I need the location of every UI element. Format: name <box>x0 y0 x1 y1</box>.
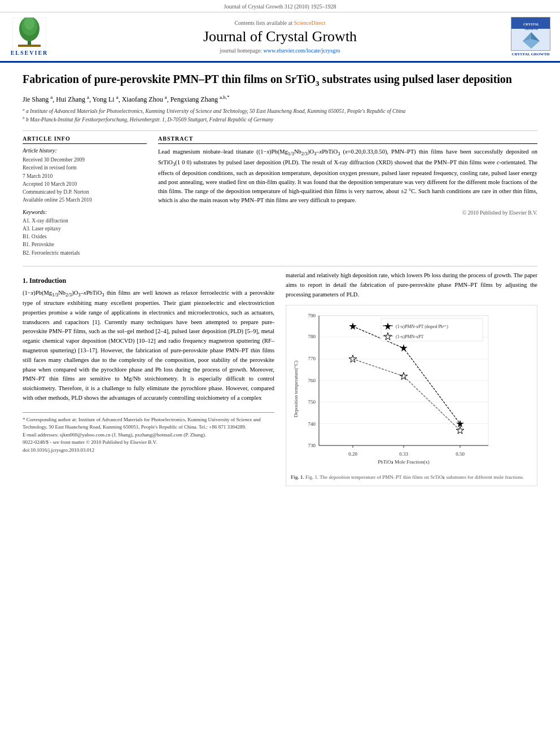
footnote-email: E-mail addresses: sjkm060@yahoo.com.cn (… <box>23 431 274 439</box>
svg-text:(1-x)PMN-xPT: (1-x)PMN-xPT <box>396 334 423 339</box>
journal-homepage: journal homepage: www.elsevier.com/locat… <box>58 47 502 54</box>
journal-center: Contents lists available at ScienceDirec… <box>58 20 502 54</box>
svg-text:CRYSTAL: CRYSTAL <box>523 23 539 26</box>
section1-heading: 1. Introduction <box>23 277 274 285</box>
journal-citation-bar: Journal of Crystal Growth 312 (2010) 192… <box>0 0 560 12</box>
communicated: Communicated by D.P. Norton <box>23 188 147 196</box>
keyword-4: B1. Perovskite <box>23 241 147 248</box>
elsevier-tree-icon <box>12 18 46 49</box>
page-container: Journal of Crystal Growth 312 (2010) 192… <box>0 0 560 495</box>
svg-text:(1-x)PMN-xPT (doped Pb²⁺): (1-x)PMN-xPT (doped Pb²⁺) <box>396 324 448 329</box>
elsevier-text: ELSEVIER <box>11 50 49 56</box>
article-info-abstract: ARTICLE INFO Article history: Received 3… <box>23 136 537 257</box>
revised-date: 7 March 2010 <box>23 172 147 180</box>
abstract-header: ABSTRACT <box>158 136 537 144</box>
deposition-temp-chart: 730 740 750 760 770 780 790 0.20 0.33 0.… <box>291 310 505 468</box>
crystal-growth-text: CRYSTAL GROWTH <box>511 52 549 56</box>
keyword-5: B2. Ferroelectric materials <box>23 249 147 257</box>
abstract-section: ABSTRACT Lead magnesium niobate–lead tit… <box>158 136 537 257</box>
chart-area: 730 740 750 760 770 780 790 0.20 0.33 0.… <box>286 305 537 486</box>
journal-title: Journal of Crystal Growth <box>58 28 502 45</box>
keyword-3: B1. Oxides <box>23 233 147 241</box>
svg-text:Deposition temperature(°C): Deposition temperature(°C) <box>293 361 299 417</box>
svg-text:0.33: 0.33 <box>399 451 408 457</box>
footnote-section: * Corresponding author at: Institute of … <box>23 412 274 455</box>
history-label: Article history: <box>23 147 147 154</box>
keywords-header: Keywords: <box>23 209 147 215</box>
crystal-growth-logo: CRYSTAL GROWTH <box>511 17 550 51</box>
article-title: Fabrication of pure-perovskite PMN–PT th… <box>23 72 537 89</box>
keyword-1: A1. X-ray diffraction <box>23 217 147 225</box>
body-left-col: 1. Introduction (1−x)Pb(Mg1/3Nb2/3)O3–xP… <box>23 271 274 486</box>
svg-text:790: 790 <box>308 313 316 318</box>
article-info-header: ARTICLE INFO <box>23 136 147 144</box>
svg-text:780: 780 <box>308 334 316 339</box>
svg-text:PbTiO₃ Mole Fraction(x): PbTiO₃ Mole Fraction(x) <box>378 459 430 465</box>
elsevier-logo-container: ELSEVIER <box>7 18 52 56</box>
svg-rect-5 <box>18 45 41 47</box>
svg-text:0.50: 0.50 <box>456 451 465 457</box>
crystal-growth-logo-container: CRYSTAL GROWTH CRYSTAL GROWTH <box>508 17 553 56</box>
accepted-date: Accepted 10 March 2010 <box>23 180 147 188</box>
footnote-doi: doi:10.1016/j.jcrysgro.2010.03.012 <box>23 447 274 455</box>
abstract-text: Lead magnesium niobate–lead titanate ((1… <box>158 147 537 205</box>
body-divider <box>23 266 537 267</box>
available-online: Available online 25 March 2010 <box>23 196 147 204</box>
elsevier-logo: ELSEVIER <box>7 18 52 56</box>
body-columns: 1. Introduction (1−x)Pb(Mg1/3Nb2/3)O3–xP… <box>23 271 537 486</box>
svg-text:GROWTH: GROWTH <box>524 28 538 30</box>
sciencedirect-line: Contents lists available at ScienceDirec… <box>58 20 502 26</box>
footnote-issn: 0022-0248/$ - see front matter © 2010 Pu… <box>23 439 274 447</box>
svg-text:740: 740 <box>308 421 316 427</box>
affiliations: a a Institute of Advanced Materials for … <box>23 107 537 124</box>
crystal-logo-icon: CRYSTAL GROWTH <box>511 18 550 51</box>
article-info-section: ARTICLE INFO Article history: Received 3… <box>23 136 147 257</box>
received-date: Received 30 December 2009 <box>23 156 147 164</box>
authors: Jie Shang a, Hui Zhang a, Yong Li a, Xia… <box>23 94 537 104</box>
copyright: © 2010 Published by Elsevier B.V. <box>158 210 537 216</box>
received-revised-label: Received in revised form <box>23 164 147 172</box>
svg-text:760: 760 <box>308 378 316 383</box>
svg-text:730: 730 <box>308 443 316 448</box>
keyword-2: A3. Laser epitaxy <box>23 225 147 233</box>
homepage-link[interactable]: www.elsevier.com/locate/jcrysgro <box>264 47 340 54</box>
section1-text-right: material and relatively high deposition … <box>286 271 537 299</box>
footnote-corresponding: * Corresponding author at: Institute of … <box>23 416 274 431</box>
chart-caption: Fig. 1. Fig. 1. The deposition temperatu… <box>291 474 532 481</box>
svg-text:0.20: 0.20 <box>348 451 357 457</box>
body-right-col: material and relatively high deposition … <box>286 271 537 486</box>
article-content: Fabrication of pure-perovskite PMN–PT th… <box>0 63 560 495</box>
journal-header: ELSEVIER Contents lists available at Sci… <box>0 12 560 63</box>
divider <box>23 130 537 131</box>
svg-text:770: 770 <box>308 356 316 361</box>
sciencedirect-link[interactable]: ScienceDirect <box>294 20 325 26</box>
journal-citation: Journal of Crystal Growth 312 (2010) 192… <box>224 3 336 10</box>
section1-text-left: (1−x)Pb(Mg1/3Nb2/3)O3–xPbTiO3 thin films… <box>23 289 274 403</box>
svg-text:750: 750 <box>308 399 316 405</box>
